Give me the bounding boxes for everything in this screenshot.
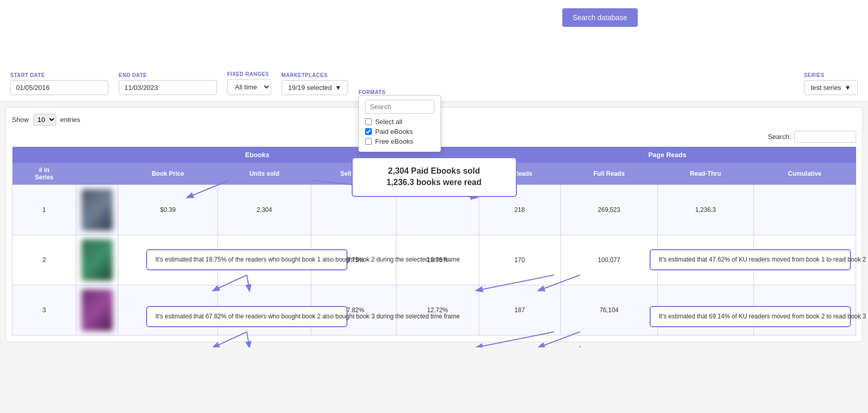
chevron-down-icon: ▼ bbox=[844, 84, 851, 91]
tooltip-book3-ebooks-text: It's estimated that 67.82% of the reader… bbox=[155, 313, 460, 320]
series-button[interactable]: test series ▼ bbox=[804, 80, 858, 95]
paid-ebooks-label[interactable]: Paid eBooks bbox=[375, 128, 413, 135]
start-date-group: START DATE bbox=[10, 72, 108, 95]
entries-select[interactable]: 10 bbox=[33, 114, 56, 126]
table-search-input[interactable] bbox=[794, 131, 856, 143]
entries-label: entries bbox=[60, 116, 81, 124]
cell-al-reads: 170 bbox=[479, 235, 561, 285]
search-label: Search: bbox=[768, 133, 791, 141]
fixed-ranges-select[interactable]: All time bbox=[227, 79, 271, 95]
free-ebooks-label[interactable]: Free eBooks bbox=[375, 137, 413, 145]
th-units-sold: Units sold bbox=[218, 163, 311, 185]
th-book-price: Book Price bbox=[118, 163, 218, 185]
formats-label: FORMATS bbox=[358, 89, 385, 95]
th-full-reads: Full Reads bbox=[561, 163, 658, 185]
cell-cumulative bbox=[753, 185, 856, 235]
tooltip-book3-ku-text: It's estimated that 69.14% of KU readers… bbox=[659, 313, 866, 320]
paid-ebooks-checkbox[interactable] bbox=[365, 128, 372, 135]
tooltip-book2-ebooks: It's estimated that 18.75% of the reader… bbox=[146, 249, 348, 270]
fixed-ranges-label: FIXED RANGES bbox=[227, 71, 269, 77]
callout-line1: 2,304 Paid Ebooks sold bbox=[388, 166, 480, 175]
cell-cover bbox=[76, 285, 118, 335]
formats-search-input[interactable] bbox=[365, 100, 434, 114]
tooltip-book3-ku: It's estimated that 69.14% of KU readers… bbox=[650, 306, 851, 327]
callout-line2: 1,236.3 books were read bbox=[386, 178, 481, 187]
book-cover-1 bbox=[82, 189, 113, 231]
marketplaces-group: MARKETPLACES 19/19 selected ▼ bbox=[281, 72, 348, 95]
cell-units: 2,304 bbox=[218, 185, 311, 235]
tooltip-book2-ku: It's estimated that 47.62% of KU readers… bbox=[650, 249, 851, 270]
start-date-input[interactable] bbox=[10, 80, 108, 95]
cell-read-thru: 1,236.3 bbox=[657, 185, 753, 235]
cell-cover bbox=[76, 235, 118, 285]
start-date-label: START DATE bbox=[10, 72, 45, 78]
th-empty-1 bbox=[12, 147, 118, 163]
marketplaces-label: MARKETPLACES bbox=[281, 72, 327, 78]
end-date-input[interactable] bbox=[119, 80, 217, 95]
top-bar: START DATE END DATE FIXED RANGES All tim… bbox=[0, 0, 868, 102]
tooltip-book3-ebooks: It's estimated that 67.82% of the reader… bbox=[146, 306, 348, 327]
free-ebooks-row: Free eBooks bbox=[365, 137, 434, 145]
select-all-row: Select all bbox=[365, 118, 434, 126]
callout-main: 2,304 Paid Ebooks sold 1,236.3 books wer… bbox=[352, 157, 517, 197]
cell-full-reads: 269,523 bbox=[561, 185, 658, 235]
cell-full-reads: 76,104 bbox=[561, 285, 658, 335]
end-date-label: END DATE bbox=[119, 72, 147, 78]
tooltip-book2-ebooks-text: It's estimated that 18.75% of the reader… bbox=[155, 256, 460, 263]
series-group: SERIES test series ▼ bbox=[804, 72, 858, 95]
select-all-label[interactable]: Select all bbox=[375, 118, 402, 126]
book-cover-3 bbox=[82, 289, 113, 331]
cell-num: 3 bbox=[12, 285, 76, 335]
table-wrapper: Ebooks Page Reads # inSeries Book Price … bbox=[12, 147, 856, 335]
chevron-down-icon: ▼ bbox=[335, 84, 342, 91]
fixed-ranges-group: FIXED RANGES All time bbox=[227, 71, 271, 95]
th-read-thru: Read-Thru bbox=[657, 163, 753, 185]
th-cover bbox=[76, 163, 118, 185]
tooltip-book2-ku-text: It's estimated that 47.62% of KU readers… bbox=[659, 256, 866, 263]
th-page-reads: Page Reads bbox=[479, 147, 856, 163]
search-database-button[interactable]: Search database bbox=[562, 8, 638, 27]
th-cumulative: Cumulative bbox=[753, 163, 856, 185]
cell-num: 2 bbox=[12, 235, 76, 285]
marketplaces-value: 19/19 selected bbox=[288, 84, 332, 91]
cell-full-reads: 100,077 bbox=[561, 235, 658, 285]
show-label: Show bbox=[12, 116, 29, 124]
book-cover-2 bbox=[82, 239, 113, 281]
cell-cover bbox=[76, 185, 118, 235]
cell-al-reads: 187 bbox=[479, 285, 561, 335]
series-value: test series bbox=[811, 84, 841, 91]
cell-sell-thru-cum: 12.72% bbox=[397, 285, 479, 335]
formats-group: FORMATS Select all Paid eBooks Free eBoo… bbox=[358, 89, 385, 95]
series-label: SERIES bbox=[804, 72, 825, 78]
th-num-in-series: # inSeries bbox=[12, 163, 76, 185]
end-date-group: END DATE bbox=[119, 72, 217, 95]
free-ebooks-checkbox[interactable] bbox=[365, 138, 372, 145]
cell-price: $0.39 bbox=[118, 185, 218, 235]
select-all-checkbox[interactable] bbox=[365, 118, 372, 125]
cell-num: 1 bbox=[12, 185, 76, 235]
formats-panel: Select all Paid eBooks Free eBooks bbox=[358, 95, 441, 152]
marketplaces-button[interactable]: 19/19 selected ▼ bbox=[281, 80, 348, 95]
paid-ebooks-row: Paid eBooks bbox=[365, 128, 434, 135]
